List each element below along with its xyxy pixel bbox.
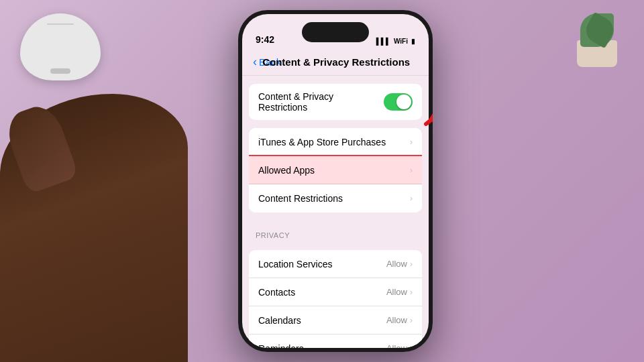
contacts-chevron-icon: ›: [410, 288, 413, 297]
calendars-chevron-icon: ›: [410, 316, 413, 325]
allowed-apps-row[interactable]: Allowed Apps ›: [249, 156, 422, 184]
location-services-row[interactable]: Location Services Allow ›: [249, 250, 422, 278]
allowed-apps-label: Allowed Apps: [258, 165, 315, 176]
phone: 9:42 ▌▌▌ WiFi ▮ ‹ Back Content & Privacy…: [238, 10, 433, 352]
plant-decoration: [570, 7, 624, 67]
location-services-label: Location Services: [258, 259, 333, 269]
reminders-row[interactable]: Reminders Allow ›: [249, 335, 422, 348]
contacts-label: Contacts: [258, 287, 295, 298]
phone-screen: 9:42 ▌▌▌ WiFi ▮ ‹ Back Content & Privacy…: [242, 14, 429, 348]
dynamic-island: [302, 22, 369, 42]
location-services-chevron-icon: ›: [410, 259, 413, 269]
content-restrictions-chevron-icon: ›: [410, 194, 413, 203]
calendars-value: Allow: [386, 315, 407, 325]
nav-bar: ‹ Back Content & Privacy Restrictions: [242, 49, 429, 76]
page-title: Content & Privacy Restrictions: [254, 56, 418, 68]
content-privacy-label: Content & Privacy Restrictions: [258, 91, 384, 113]
calendars-row[interactable]: Calendars Allow ›: [249, 306, 422, 335]
battery-icon: ▮: [411, 38, 415, 45]
content-privacy-toggle[interactable]: [384, 93, 413, 111]
allowed-apps-right: ›: [410, 166, 413, 175]
settings-content: Content & Privacy Restrictions iTunes & …: [242, 76, 429, 348]
content-restrictions-row[interactable]: Content Restrictions ›: [249, 184, 422, 213]
toggle-knob: [396, 95, 411, 109]
privacy-section-header: PRIVACY: [242, 221, 429, 242]
reminders-right: Allow ›: [386, 343, 413, 348]
allowed-apps-chevron-icon: ›: [410, 166, 413, 175]
itunes-chevron-icon: ›: [410, 137, 413, 147]
privacy-group: Location Services Allow › Contacts Allow…: [249, 250, 422, 348]
content-restrictions-label: Content Restrictions: [258, 193, 343, 204]
cellular-icon: ▌▌▌: [376, 38, 390, 45]
wifi-icon: WiFi: [394, 38, 408, 45]
hand: [0, 94, 188, 362]
itunes-label: iTunes & App Store Purchases: [258, 137, 386, 147]
reminders-value: Allow: [386, 343, 407, 348]
contacts-right: Allow ›: [386, 287, 413, 297]
main-settings-group: iTunes & App Store Purchases › Allowed A…: [249, 128, 422, 213]
location-services-value: Allow: [386, 259, 407, 269]
itunes-right: ›: [410, 137, 413, 147]
contacts-value: Allow: [386, 287, 407, 297]
status-time: 9:42: [256, 34, 274, 45]
content-restrictions-right: ›: [410, 194, 413, 203]
location-services-right: Allow ›: [386, 259, 413, 269]
calendars-right: Allow ›: [386, 315, 413, 325]
calendars-label: Calendars: [258, 315, 301, 326]
status-icons: ▌▌▌ WiFi ▮: [376, 38, 415, 45]
content-restrictions-group: Content & Privacy Restrictions: [249, 84, 422, 120]
itunes-row[interactable]: iTunes & App Store Purchases ›: [249, 128, 422, 156]
content-privacy-toggle-row: Content & Privacy Restrictions: [249, 84, 422, 120]
reminders-label: Reminders: [258, 343, 304, 349]
contacts-row[interactable]: Contacts Allow ›: [249, 278, 422, 306]
reminders-chevron-icon: ›: [410, 344, 413, 349]
